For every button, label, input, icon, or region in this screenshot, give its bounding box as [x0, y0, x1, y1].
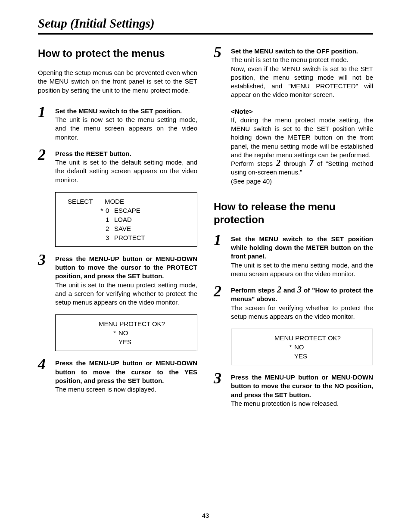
step-lead: Set the MENU switch to the OFF position.	[231, 47, 373, 56]
note-heading: <Note>	[231, 107, 373, 116]
step-lead: Press the MENU-UP button or MENU-DOWN bu…	[55, 359, 197, 385]
protect-step-3: 3 Press the MENU-UP button or MENU-DOWN …	[38, 255, 197, 307]
step-number: 3	[38, 255, 55, 265]
marker-empty	[62, 233, 106, 242]
step-desc: The screen for verifying whether to prot…	[231, 304, 373, 321]
row-label: YES	[294, 352, 307, 361]
row-label: SAVE	[112, 224, 131, 233]
note-para-1: If, during the menu protect mode setting…	[231, 116, 373, 159]
release-step-2: 2 Perform steps 2 and 3 of "How to prote…	[214, 286, 373, 321]
step-body: Press the MENU-UP button or MENU-DOWN bu…	[231, 373, 373, 408]
step-lead: Press the MENU-UP button or MENU-DOWN bu…	[55, 255, 197, 281]
step-body: Set the MENU switch to the SET position …	[231, 235, 373, 278]
page-number: 43	[0, 512, 411, 519]
marker-icon: *	[62, 328, 118, 337]
step-body: Perform steps 2 and 3 of "How to protect…	[231, 286, 373, 321]
screen-header: SELECT MODE	[62, 197, 191, 206]
screen-title: MENU PROTECT OK?	[62, 319, 191, 328]
step-lead: Press the RESET button.	[55, 149, 197, 158]
protect-step-5: 5 Set the MENU switch to the OFF positio…	[214, 47, 373, 100]
step-desc-1: The unit is set to the menu protect mode…	[231, 56, 373, 64]
inline-num-3: 3	[297, 285, 302, 294]
screen-protect-ok-1: MENU PROTECT OK? * NO YES	[55, 314, 197, 351]
release-step-1: 1 Set the MENU switch to the SET positio…	[214, 235, 373, 278]
row-num: 1	[106, 215, 112, 224]
marker-empty	[62, 224, 106, 233]
marker-icon: *	[62, 206, 106, 215]
text: and	[281, 286, 297, 294]
row-num: 3	[106, 233, 112, 242]
row-label: PROTECT	[112, 233, 145, 242]
note-para-2: Perform steps 2 through 7 of "Setting me…	[231, 159, 373, 177]
step-body: Press the RESET button. The unit is set …	[55, 149, 197, 184]
step-number: 4	[38, 359, 55, 370]
row-label: YES	[118, 337, 131, 346]
step-number: 1	[214, 235, 231, 246]
marker-empty	[62, 215, 106, 224]
step-lead: Perform steps 2 and 3 of "How to protect…	[231, 286, 373, 304]
row-num: 2	[106, 224, 112, 233]
step-desc: The unit is set to the menu setting mode…	[231, 261, 373, 279]
step-desc: The menu protection is now released.	[231, 399, 373, 408]
row-label: LOAD	[112, 215, 132, 224]
right-column: 5 Set the MENU switch to the OFF positio…	[214, 47, 373, 416]
screen-row: 3 PROTECT	[62, 233, 191, 242]
protect-step-1: 1 Set the MENU switch to the SET positio…	[38, 107, 197, 142]
page-title: Setup (Initial Settings)	[38, 16, 373, 31]
step-number: 5	[214, 47, 231, 58]
screen-title: MENU PROTECT OK?	[237, 333, 367, 342]
step-number: 2	[38, 149, 55, 160]
step-number: 2	[214, 286, 231, 297]
step-body: Press the MENU-UP button or MENU-DOWN bu…	[55, 255, 197, 307]
note-para-3: (See page 40)	[231, 177, 373, 186]
screen-row: 1 LOAD	[62, 215, 191, 224]
screen-row: YES	[237, 352, 367, 361]
row-label: NO	[118, 328, 128, 337]
screen-row: * 0 ESCAPE	[62, 206, 191, 215]
release-step-3: 3 Press the MENU-UP button or MENU-DOWN …	[214, 373, 373, 408]
heading-release: How to release the menu protection	[214, 200, 373, 226]
screen-row: YES	[62, 337, 191, 346]
step-desc: The unit is now set to the menu setting …	[55, 115, 197, 142]
step-lead: Set the MENU switch to the SET position …	[231, 235, 373, 261]
inline-num-2: 2	[276, 158, 280, 168]
step-number: 3	[214, 373, 231, 384]
step-lead: Set the MENU switch to the SET position.	[55, 107, 197, 115]
protect-step-2: 2 Press the RESET button. The unit is se…	[38, 149, 197, 184]
screen-row: * NO	[237, 342, 367, 352]
note-block: <Note> If, during the menu protect mode …	[231, 107, 373, 186]
row-label: NO	[294, 342, 304, 352]
header-select: SELECT	[62, 197, 105, 206]
inline-num-2: 2	[277, 285, 281, 294]
screen-items: * 0 ESCAPE 1 LOAD 2 SAVE 3 PROTEC	[62, 206, 191, 242]
step-number: 1	[38, 107, 55, 118]
screen-row: * NO	[62, 328, 191, 337]
intro-protect: Opening the setup menus can be prevented…	[38, 68, 197, 95]
row-label: ESCAPE	[112, 206, 140, 215]
step-lead: Press the MENU-UP button or MENU-DOWN bu…	[231, 373, 373, 399]
left-column: How to protect the menus Opening the set…	[38, 47, 197, 416]
heading-protect: How to protect the menus	[38, 47, 197, 60]
protect-step-4: 4 Press the MENU-UP button or MENU-DOWN …	[38, 359, 197, 394]
step-desc: The unit is set to the default setting m…	[55, 158, 197, 184]
inline-num-7: 7	[309, 158, 314, 168]
step-desc: The unit is set to the menu protect sett…	[55, 281, 197, 307]
marker-empty	[62, 337, 118, 346]
title-rule-thin	[38, 34, 373, 35]
text: Perform steps	[231, 160, 276, 167]
screen-options: * NO YES	[237, 342, 367, 361]
screen-protect-ok-2: MENU PROTECT OK? * NO YES	[231, 329, 373, 365]
step-body: Set the MENU switch to the SET position.…	[55, 107, 197, 142]
screen-options: * NO YES	[62, 328, 191, 346]
marker-icon: *	[237, 342, 294, 352]
step-body: Press the MENU-UP button or MENU-DOWN bu…	[55, 359, 197, 394]
marker-empty	[237, 352, 294, 361]
step-body: Set the MENU switch to the OFF position.…	[231, 47, 373, 100]
two-columns: How to protect the menus Opening the set…	[38, 47, 373, 416]
screen-select-mode: SELECT MODE * 0 ESCAPE 1 LOAD 2 SAVE	[55, 192, 197, 247]
step-desc: The menu screen is now displayed.	[55, 385, 197, 394]
title-rule-thick	[38, 33, 373, 34]
text: Perform steps	[231, 286, 277, 294]
row-num: 0	[106, 206, 112, 215]
screen-row: 2 SAVE	[62, 224, 191, 233]
